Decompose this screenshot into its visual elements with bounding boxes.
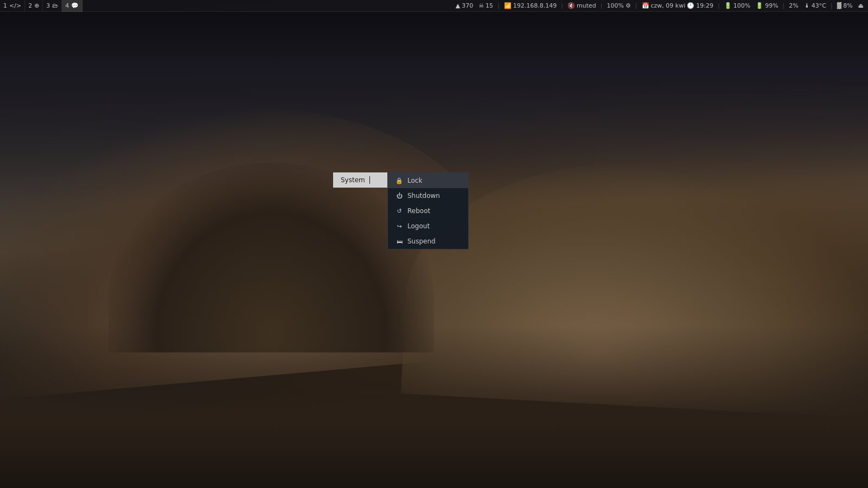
menu-item-lock[interactable]: 🔒 Lock: [388, 173, 468, 188]
workspace-4[interactable]: 4 💬: [62, 0, 82, 12]
tray-arrows[interactable]: ▲ 370: [454, 0, 475, 12]
lock-icon: 🔒: [395, 177, 403, 184]
clock-icon: 🕐: [687, 2, 694, 9]
ws4-icon: 💬: [71, 2, 79, 9]
reboot-label: Reboot: [407, 207, 430, 215]
menu-item-suspend[interactable]: 🛏 Suspend: [388, 234, 468, 249]
mem-pct: 8%: [843, 2, 852, 9]
system-label: System: [341, 176, 365, 184]
sep7: |: [829, 2, 834, 9]
sep4: |: [634, 2, 639, 9]
sep1: |: [496, 2, 501, 9]
calendar-icon: 📅: [642, 2, 649, 9]
workspace-3[interactable]: 3 🗁: [43, 0, 62, 12]
system-menu-header[interactable]: System: [333, 172, 387, 188]
taskbar-right: ▲ 370 ☠ 15 | 📶 192.168.8.149 | 🔇 muted |…: [454, 0, 868, 12]
tray-battery3[interactable]: 2%: [787, 0, 800, 12]
tray-mem[interactable]: ▓ 8%: [835, 0, 855, 12]
temp-label: 43°C: [812, 2, 826, 9]
battery2-pct: 99%: [765, 2, 778, 9]
ip-address: 192.168.8.149: [513, 2, 557, 9]
logout-icon: ↪: [395, 223, 403, 230]
ws3-icon: 🗁: [52, 2, 58, 9]
time-label: 19:29: [696, 2, 713, 9]
ws2-number: 2: [28, 2, 32, 9]
ws1-number: 1: [3, 2, 7, 9]
suspend-label: Suspend: [407, 237, 436, 245]
arrows-count: 370: [462, 2, 473, 9]
taskbar: 1 </> 2 ⊕ 3 🗁 4 💬 ▲ 370 ☠ 15 | 📶 192.168…: [0, 0, 868, 12]
workspace-1[interactable]: 1 </>: [0, 0, 25, 12]
brightness-pct: 100%: [607, 2, 623, 9]
tray-volume[interactable]: 🔇 muted: [565, 0, 598, 12]
skull-count: 15: [486, 2, 493, 9]
menu-item-shutdown[interactable]: ⏻ Shutdown: [388, 188, 468, 203]
sep3: |: [599, 2, 604, 9]
battery1-icon: 🔋: [724, 2, 732, 9]
battery1-pct: 100%: [733, 2, 750, 9]
arrows-icon: ▲: [456, 2, 460, 9]
system-dropdown: 🔒 Lock ⏻ Shutdown ↺ Reboot ↪ Logout 🛏 Su…: [387, 172, 469, 249]
taskbar-left: 1 </> 2 ⊕ 3 🗁 4 💬: [0, 0, 454, 12]
temp-icon: 🌡: [804, 2, 810, 9]
wifi-icon: 📶: [504, 2, 512, 9]
tray-wifi[interactable]: 📶 192.168.8.149: [502, 0, 559, 12]
brightness-icon: ⚙: [626, 2, 631, 9]
sep5: |: [717, 2, 721, 9]
tray-skull[interactable]: ☠ 15: [476, 0, 495, 12]
ws1-icon: </>: [9, 2, 21, 9]
suspend-icon: 🛏: [395, 238, 403, 245]
mem-icon: ▓: [837, 2, 841, 9]
battery3-pct: 2%: [789, 2, 798, 9]
lock-label: Lock: [407, 177, 422, 184]
menu-item-logout[interactable]: ↪ Logout: [388, 219, 468, 234]
shutdown-icon: ⏻: [395, 192, 403, 200]
skull-icon: ☠: [478, 2, 484, 9]
workspace-2[interactable]: 2 ⊕: [25, 0, 43, 12]
battery2-icon: 🔋: [756, 2, 763, 9]
tray-battery2[interactable]: 🔋 99%: [754, 0, 780, 12]
logout-label: Logout: [407, 222, 430, 230]
end-icon: ⏏: [858, 2, 864, 9]
tray-brightness[interactable]: 100% ⚙: [604, 0, 633, 12]
ws2-icon: ⊕: [34, 2, 39, 9]
system-menu-area: System 🔒 Lock ⏻ Shutdown ↺ Reboot ↪ Logo…: [333, 172, 469, 249]
ws3-number: 3: [46, 2, 50, 9]
shutdown-label: Shutdown: [407, 192, 440, 200]
tray-temp[interactable]: 🌡 43°C: [802, 0, 828, 12]
tray-datetime[interactable]: 📅 czw, 09 kwi 🕐 19:29: [640, 0, 716, 12]
tray-battery1[interactable]: 🔋 100%: [722, 0, 752, 12]
date-label: czw, 09 kwi: [651, 2, 686, 9]
menu-item-reboot[interactable]: ↺ Reboot: [388, 203, 468, 219]
ws4-number: 4: [65, 2, 69, 9]
sep6: |: [782, 2, 786, 9]
reboot-icon: ↺: [395, 208, 403, 215]
tray-end[interactable]: ⏏: [856, 0, 866, 12]
sep2: |: [560, 2, 564, 9]
cursor-indicator: [369, 176, 370, 184]
volume-icon: 🔇: [567, 2, 575, 9]
volume-label: muted: [577, 2, 596, 9]
